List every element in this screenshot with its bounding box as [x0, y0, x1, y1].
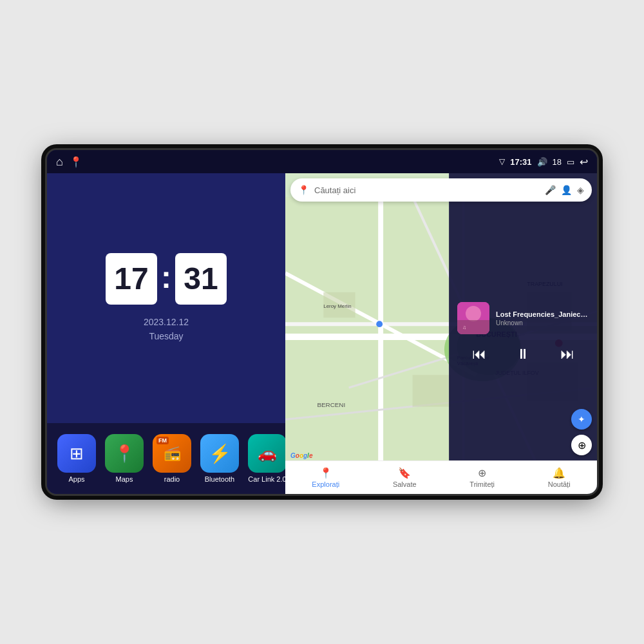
location-button[interactable]: ⊕ [571, 435, 592, 455]
bluetooth-label: Bluetooth [205, 475, 234, 483]
battery-icon: ▭ [567, 157, 574, 167]
svg-point-22 [376, 321, 383, 327]
status-bar: ⌂ 📍 ▽ 17:31 🔊 18 ▭ ↩ [47, 150, 597, 173]
album-art-svg: ♫ [457, 302, 489, 334]
saved-icon: 🔖 [398, 467, 411, 479]
apps-icon: ⊞ [70, 444, 84, 464]
svg-text:BERCENI: BERCENI [317, 401, 345, 408]
clock-hours: 17 [106, 253, 157, 305]
bluetooth-icon: ⚡ [209, 443, 231, 464]
google-logo: Google [290, 452, 312, 459]
saved-label: Salvate [393, 480, 417, 488]
map-search-right-icons: 🎤 👤 ◈ [545, 185, 584, 195]
clock-date-value: 2023.12.12 [144, 315, 189, 329]
svg-rect-12 [413, 375, 451, 406]
next-button[interactable]: ⏭ [555, 343, 580, 365]
mic-icon[interactable]: 🎤 [545, 185, 556, 195]
main-content: 17 : 31 2023.12.12 Tuesday ⊞ [47, 173, 597, 494]
music-info: ♫ Lost Frequencies_Janieck Devy-... Unkn… [457, 302, 589, 334]
screen: ⌂ 📍 ▽ 17:31 🔊 18 ▭ ↩ 17 : 31 [47, 150, 597, 494]
svg-point-25 [466, 306, 481, 321]
clock-widget: 17 : 31 2023.12.12 Tuesday [47, 173, 285, 423]
right-panel: BUCUREȘTI JUDEȚUL ILFOV TRAPEZULUI BERCE… [285, 173, 597, 494]
clock-minutes: 31 [175, 253, 227, 305]
prev-button[interactable]: ⏮ [467, 343, 491, 365]
car-device: ⌂ 📍 ▽ 17:31 🔊 18 ▭ ↩ 17 : 31 [45, 148, 599, 496]
clock-display: 17 : 31 [106, 253, 227, 305]
volume-level: 18 [553, 157, 562, 167]
signal-icon: ▽ [499, 157, 505, 166]
time-display: 17:31 [510, 157, 531, 167]
maps-label: Maps [116, 475, 133, 483]
maps-pin-icon[interactable]: 📍 [70, 156, 82, 168]
app-item-carlink[interactable]: 🚗 Car Link 2.0 [248, 434, 287, 483]
status-right-icons: ▽ 17:31 🔊 18 ▭ ↩ [499, 156, 588, 168]
compass-button[interactable]: ✦ [571, 409, 592, 430]
explore-label: Explorați [312, 480, 339, 488]
explore-icon: 📍 [319, 467, 332, 479]
compass-icon: ✦ [578, 414, 585, 424]
carlink-label: Car Link 2.0 [248, 475, 286, 483]
maps-icon-bg: 📍 [105, 434, 144, 473]
news-label: Noutăți [548, 480, 571, 488]
app-icons-row: ⊞ Apps 📍 Maps 📻 [57, 434, 287, 483]
radio-label: radio [164, 475, 180, 483]
carlink-icon-bg: 🚗 [248, 434, 287, 473]
send-icon: ⊕ [478, 467, 486, 479]
layers-icon[interactable]: ◈ [577, 185, 584, 195]
music-thumbnail: ♫ [457, 302, 489, 334]
play-pause-button[interactable]: ⏸ [511, 343, 535, 365]
app-item-bluetooth[interactable]: ⚡ Bluetooth [200, 434, 239, 483]
app-item-apps[interactable]: ⊞ Apps [57, 434, 96, 483]
svg-text:♫: ♫ [462, 325, 466, 330]
radio-icon: 📻 [164, 445, 181, 462]
clock-day-value: Tuesday [144, 329, 189, 343]
music-artist: Unknown [496, 319, 589, 327]
carlink-icon: 🚗 [258, 444, 277, 462]
map-search-bar[interactable]: 📍 Căutați aici 🎤 👤 ◈ [290, 178, 592, 202]
map-nav-news[interactable]: 🔔 Noutăți [548, 467, 571, 488]
maps-icon: 📍 [114, 444, 135, 464]
map-nav-saved[interactable]: 🔖 Salvate [393, 467, 417, 488]
home-icon[interactable]: ⌂ [56, 155, 63, 169]
news-icon: 🔔 [553, 467, 565, 479]
music-controls: ⏮ ⏸ ⏭ [457, 343, 589, 365]
left-panel: 17 : 31 2023.12.12 Tuesday ⊞ [47, 173, 285, 494]
map-nav-explore[interactable]: 📍 Explorați [312, 467, 339, 488]
map-search-placeholder[interactable]: Căutați aici [314, 185, 540, 195]
radio-icon-bg: 📻 FM [153, 434, 191, 473]
map-bottom-bar: 📍 Explorați 🔖 Salvate ⊕ Trimiteți 🔔 [285, 460, 597, 494]
location-icon: ⊕ [578, 439, 586, 451]
clock-colon: : [161, 260, 171, 295]
volume-icon: 🔊 [537, 157, 547, 167]
map-search-pin-icon: 📍 [298, 185, 309, 195]
send-label: Trimiteți [469, 480, 495, 488]
music-text: Lost Frequencies_Janieck Devy-... Unknow… [496, 310, 589, 327]
svg-text:Leroy Merlin: Leroy Merlin [323, 303, 351, 309]
bluetooth-icon-bg: ⚡ [200, 434, 239, 473]
apps-icon-bg: ⊞ [57, 434, 96, 473]
app-item-maps[interactable]: 📍 Maps [105, 434, 144, 483]
map-nav-send[interactable]: ⊕ Trimiteți [469, 467, 495, 488]
back-icon[interactable]: ↩ [580, 156, 588, 168]
app-dock: ⊞ Apps 📍 Maps 📻 [47, 423, 285, 494]
user-icon[interactable]: 👤 [561, 185, 572, 195]
app-item-radio[interactable]: 📻 FM radio [153, 434, 191, 483]
apps-label: Apps [68, 475, 84, 483]
music-title: Lost Frequencies_Janieck Devy-... [496, 310, 589, 318]
status-left-icons: ⌂ 📍 [56, 155, 82, 169]
clock-date: 2023.12.12 Tuesday [144, 315, 189, 344]
